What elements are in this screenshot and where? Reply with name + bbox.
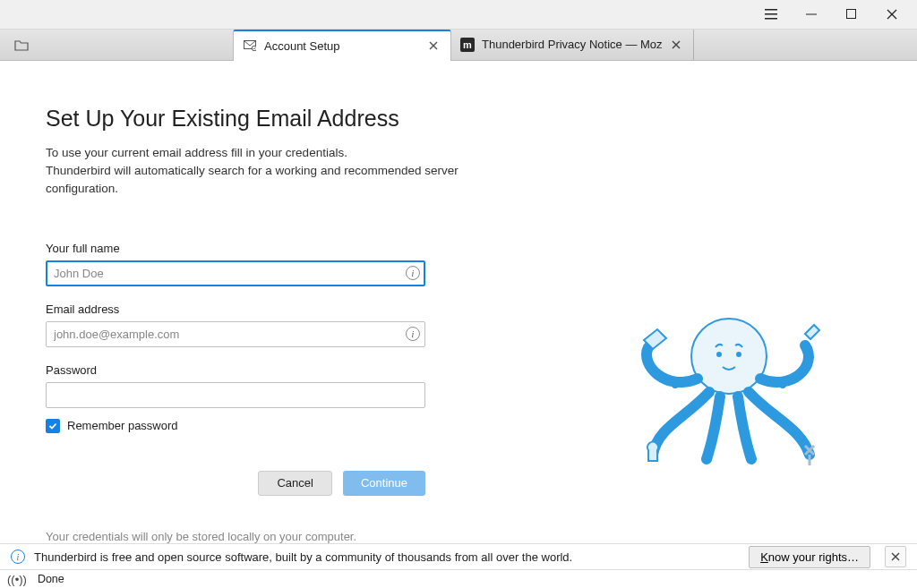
credentials-note: Your credentials will only be stored loc… — [46, 530, 529, 543]
octopus-illustration — [630, 303, 827, 481]
close-icon — [887, 9, 897, 20]
remember-password-checkbox[interactable] — [46, 419, 60, 433]
status-bar: ((•)) Done — [0, 570, 917, 588]
button-row: Cancel Continue — [46, 471, 425, 496]
password-label: Password — [46, 363, 529, 377]
folder-icon — [14, 38, 29, 51]
svg-point-16 — [677, 416, 682, 422]
page-title: Set Up Your Existing Email Address — [46, 106, 529, 132]
full-name-input[interactable] — [46, 260, 425, 286]
tab-strip: Account Setup m Thunderbird Privacy Noti… — [233, 30, 694, 60]
tab-label: Thunderbird Privacy Notice — Moz — [482, 38, 663, 51]
minimize-icon — [806, 9, 817, 20]
account-setup-page: Set Up Your Existing Email Address To us… — [0, 61, 917, 543]
info-icon: i — [11, 550, 25, 564]
password-input[interactable] — [46, 382, 425, 408]
cancel-button[interactable]: Cancel — [258, 471, 331, 496]
svg-rect-1 — [765, 13, 777, 15]
password-field-group: Password Remember password — [46, 363, 529, 433]
check-icon — [48, 422, 57, 430]
mozilla-icon: m — [460, 38, 475, 52]
hamburger-icon — [765, 9, 777, 20]
email-field-group: Email address i — [46, 303, 529, 347]
close-icon — [672, 40, 681, 49]
notice-text: Thunderbird is free and open source soft… — [34, 550, 740, 564]
tab-close-button[interactable] — [668, 38, 684, 52]
tab-label: Account Setup — [264, 39, 420, 53]
close-icon — [429, 41, 438, 50]
info-icon[interactable]: i — [406, 266, 420, 280]
svg-rect-0 — [765, 9, 777, 11]
close-window-button[interactable] — [871, 1, 912, 28]
tab-toolbar: Account Setup m Thunderbird Privacy Noti… — [0, 30, 917, 61]
maximize-button[interactable] — [831, 1, 871, 28]
wrench-icon — [647, 442, 658, 461]
activity-icon: ((•)) — [7, 573, 27, 586]
svg-point-17 — [776, 416, 781, 422]
email-input[interactable] — [46, 321, 425, 347]
full-name-label: Your full name — [46, 242, 529, 255]
svg-rect-3 — [806, 13, 817, 14]
envelope-icon — [243, 38, 257, 53]
svg-point-14 — [673, 382, 678, 388]
rights-notice-bar: i Thunderbird is free and open source so… — [0, 543, 917, 571]
binoculars-icon — [805, 325, 819, 339]
svg-rect-2 — [765, 18, 777, 20]
maximize-icon — [846, 9, 856, 19]
minimize-button[interactable] — [791, 1, 831, 28]
continue-button[interactable]: Continue — [343, 471, 425, 496]
window-titlebar — [0, 0, 917, 30]
svg-rect-4 — [847, 10, 856, 19]
know-your-rights-button[interactable]: Know your rights… — [749, 546, 870, 568]
page-subtitle: To use your current email address fill i… — [46, 144, 529, 199]
svg-point-18 — [717, 353, 721, 356]
full-name-field-group: Your full name i — [46, 242, 529, 286]
notice-close-button[interactable] — [885, 546, 906, 567]
close-icon — [891, 552, 900, 561]
info-icon[interactable]: i — [406, 327, 420, 341]
tab-privacy-notice[interactable]: m Thunderbird Privacy Notice — Moz — [451, 30, 694, 60]
app-menu-button[interactable] — [750, 1, 791, 28]
svg-point-19 — [737, 353, 741, 356]
remember-password-row[interactable]: Remember password — [46, 419, 529, 433]
status-text: Done — [38, 573, 64, 585]
svg-point-15 — [780, 382, 785, 388]
subtitle-line-2: Thunderbird will automatically search fo… — [46, 162, 529, 199]
svg-point-8 — [252, 47, 256, 52]
tab-close-button[interactable] — [425, 38, 441, 53]
remember-password-label: Remember password — [67, 419, 178, 432]
email-label: Email address — [46, 303, 529, 316]
setup-form: Set Up Your Existing Email Address To us… — [46, 106, 529, 543]
svg-point-13 — [691, 319, 767, 394]
tab-account-setup[interactable]: Account Setup — [233, 30, 451, 61]
subtitle-line-1: To use your current email address fill i… — [46, 144, 529, 162]
folder-pane-button[interactable] — [0, 30, 43, 60]
